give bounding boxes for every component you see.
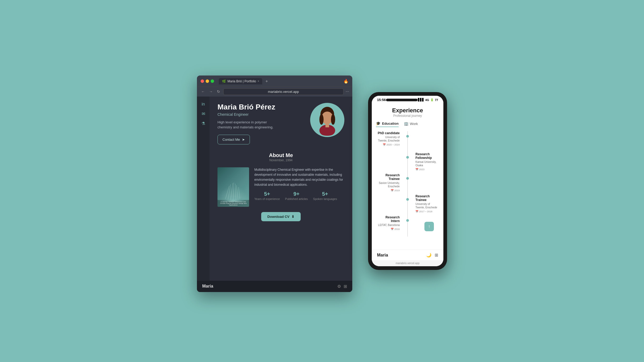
phone-bottom-bar: Maria 🌙 ⊞: [372, 250, 443, 260]
phone-container: 15:56 ▋▋▋ 4G 🔋 77 Experience Professiona…: [368, 92, 447, 270]
phone-section-title: Experience: [376, 107, 439, 114]
timeline-left-2: Research Trainee Saxion University, Ensc…: [376, 173, 405, 194]
cal-icon-3: 📅: [415, 210, 418, 213]
moon-icon[interactable]: 🌙: [426, 253, 432, 258]
stat-articles-label: Published articles: [285, 197, 308, 201]
tl-place-3: University of Twente, Enschede: [415, 202, 439, 209]
grid-icon[interactable]: ⊞: [344, 284, 347, 289]
signal-icon: ▋▋▋: [418, 98, 424, 102]
timeline-right-3: Research Trainee University of Twente, E…: [410, 194, 439, 215]
about-body: Multidisciplinary Chemical Engineer with…: [254, 167, 344, 188]
traffic-lights: [201, 79, 214, 83]
phone-bottom-name: Maria: [377, 253, 388, 258]
book-illustration: [217, 180, 249, 202]
browser-toolbar: ← → ↻ ···: [197, 87, 352, 97]
svg-point-3: [319, 114, 324, 125]
phone-url-bar: mariabrio.vercel.app: [372, 260, 443, 266]
contact-btn-label: Contact Me: [222, 138, 240, 142]
main-content: Maria Brió Pérez Chemical Engineer High …: [210, 97, 352, 281]
tl-year-4: 📅 2016: [376, 228, 400, 230]
tl-name-0: PhD candidate: [376, 131, 400, 135]
contact-me-button[interactable]: Contact Me ➤: [217, 135, 250, 144]
timeline-dot-2: [406, 177, 409, 180]
email-icon[interactable]: ✉: [202, 111, 205, 116]
timeline-right-2: [410, 173, 439, 194]
timeline-left-1: [376, 152, 405, 173]
timeline-dot-1: [406, 156, 409, 159]
about-title: About Me: [217, 152, 344, 158]
active-tab[interactable]: 🌿 Maria Brió | Portfolio ×: [219, 78, 262, 84]
avatar-container: [310, 103, 344, 137]
education-tab-icon: 🎓: [376, 121, 380, 125]
tl-year-0: 📅 2020 – 2024: [376, 143, 400, 146]
phone-section-subtitle: Professional journey: [376, 114, 439, 118]
timeline-row-3: Research Trainee University of Twente, E…: [376, 194, 439, 215]
download-cv-label: Download CV: [267, 215, 290, 219]
hero-name: Maria Brió Pérez: [217, 103, 305, 111]
timeline-dot-3: [406, 198, 409, 201]
timeline-left-0: PhD candidate University of Twente, Ensc…: [376, 131, 405, 152]
reload-button[interactable]: ↻: [216, 89, 221, 94]
settings-icon[interactable]: ⚙: [337, 284, 341, 289]
maximize-dot[interactable]: [211, 79, 214, 83]
new-tab-button[interactable]: +: [264, 79, 269, 84]
about-text-area: Multidisciplinary Chemical Engineer with…: [254, 167, 344, 201]
flask-icon[interactable]: ⚗: [201, 121, 205, 126]
close-dot[interactable]: [201, 79, 204, 83]
phone-status-bar: 15:56 ▋▋▋ 4G 🔋 77: [372, 96, 443, 103]
menu-button[interactable]: ···: [346, 89, 349, 94]
dynamic-island: [386, 99, 418, 101]
avatar: [311, 104, 343, 136]
about-grid: A Journey Towards Responsive and Circula…: [217, 167, 344, 207]
tab-work[interactable]: 🏢 Work: [404, 121, 418, 127]
svg-point-4: [331, 114, 335, 125]
hero-title: Chemical Engineer: [217, 112, 305, 117]
footer-brand: Maria: [202, 284, 213, 289]
minimize-dot[interactable]: [206, 79, 209, 83]
timeline: PhD candidate University of Twente, Ensc…: [376, 131, 439, 237]
tl-year-3: 📅 2017 – 2018: [415, 210, 439, 213]
stat-languages-label: Spoken languages: [313, 197, 337, 201]
tab-education[interactable]: 🎓 Education: [376, 121, 399, 127]
url-bar[interactable]: [223, 88, 344, 95]
website-content: in ✉ ⚗ Maria Brió Pérez Chemical Enginee…: [197, 97, 352, 281]
browser-footer: Maria ⚙ ⊞: [197, 281, 352, 292]
download-cv-button[interactable]: Download CV ⬇: [261, 212, 301, 221]
battery-icon: 🔋: [430, 98, 434, 102]
education-tab-label: Education: [382, 122, 399, 125]
stat-articles-number: 9+: [285, 191, 308, 197]
tl-name-4: Research Intern: [376, 215, 400, 223]
tl-name-2: Research Trainee: [376, 173, 400, 181]
tl-place-0: University of Twente, Enschede: [376, 135, 400, 142]
cal-icon-1: 📅: [415, 168, 418, 171]
work-tab-icon: 🏢: [404, 122, 408, 126]
phone-url-text: mariabrio.vercel.app: [396, 262, 420, 265]
phone-grid-icon[interactable]: ⊞: [435, 253, 438, 258]
work-tab-label: Work: [410, 122, 418, 126]
tl-year-1: 📅 2023: [415, 168, 439, 171]
tl-place-1: Kansai University, Osaka: [415, 160, 439, 167]
phone-content: Experience Professional journey 🎓 Educat…: [372, 103, 443, 250]
stat-languages-number: 5+: [313, 191, 337, 197]
timeline-row-1: Research Fellowship Kansai University, O…: [376, 152, 439, 173]
linkedin-icon[interactable]: in: [202, 102, 205, 107]
forward-button[interactable]: →: [208, 89, 214, 94]
timeline-left-3: [376, 194, 405, 215]
browser-titlebar: 🌿 Maria Brió | Portfolio × + 🔥: [197, 76, 352, 87]
tl-year-2: 📅 2019: [376, 189, 400, 192]
stat-articles: 9+ Published articles: [285, 191, 308, 201]
scroll-up-button[interactable]: ↑: [424, 222, 434, 231]
download-icon: ⬇: [291, 215, 294, 219]
svg-rect-6: [325, 123, 329, 127]
network-icon: 4G: [425, 98, 429, 102]
cal-icon-4: 📅: [391, 228, 394, 230]
stat-experience-number: 5+: [254, 191, 280, 197]
cal-icon-0: 📅: [383, 143, 386, 146]
stats-row: 5+ Years of experience 9+ Published arti…: [254, 191, 344, 201]
cal-icon-2: 📅: [391, 189, 394, 192]
tab-close-button[interactable]: ×: [258, 80, 259, 83]
hero-text: Maria Brió Pérez Chemical Engineer High …: [217, 103, 305, 144]
tab-area: 🌿 Maria Brió | Portfolio × +: [219, 78, 341, 84]
back-button[interactable]: ←: [200, 89, 206, 94]
battery-level: 77: [435, 98, 438, 102]
